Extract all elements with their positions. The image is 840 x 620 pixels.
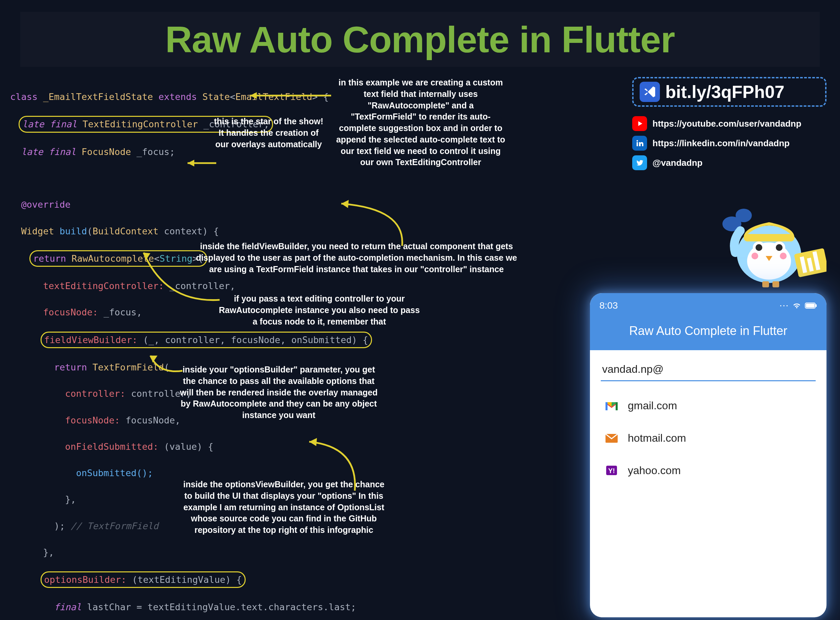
svg-point-16 — [751, 253, 758, 259]
bitly-text: bit.ly/3qFPh07 — [665, 82, 784, 102]
page-title: Raw Auto Complete in Flutter — [20, 18, 820, 61]
svg-marker-6 — [638, 121, 642, 126]
twitter-icon — [632, 155, 647, 170]
youtube-link[interactable]: https://youtube.com/user/vandadnp — [632, 116, 826, 131]
twitter-link[interactable]: @vandadnp — [632, 155, 826, 170]
svg-rect-28 — [816, 304, 817, 307]
dots-icon: ⋯ — [779, 300, 789, 311]
option-label: yahoo.com — [628, 464, 681, 477]
twitter-text: @vandadnp — [653, 158, 703, 168]
app-bar-title: Raw Auto Complete in Flutter — [590, 315, 826, 350]
email-input[interactable]: vandad.np@ — [601, 360, 816, 381]
links-panel: bit.ly/3qFPh07 https://youtube.com/user/… — [632, 77, 826, 175]
svg-point-8 — [636, 140, 638, 141]
annotation-star: this is the star of the show! It handles… — [213, 116, 324, 150]
annotation-fieldview: inside the fieldViewBuilder, you need to… — [189, 241, 524, 275]
svg-point-15 — [776, 244, 783, 251]
annotation-intro: in this example we are creating a custom… — [335, 77, 507, 168]
bird-mascot-icon — [712, 190, 826, 292]
linkedin-text: https://linkedin.com/in/vandadnp — [653, 138, 790, 149]
bitly-link[interactable]: bit.ly/3qFPh07 — [632, 77, 826, 107]
yahoo-icon: Y! — [604, 463, 619, 478]
status-time: 8:03 — [599, 300, 618, 311]
title-bar: Raw Auto Complete in Flutter — [20, 12, 820, 67]
svg-text:Y!: Y! — [608, 467, 615, 474]
annotation-optionsview: inside the optionsViewBuilder, you get t… — [179, 479, 389, 536]
linkedin-icon — [632, 136, 647, 150]
wifi-icon — [792, 302, 801, 309]
autocomplete-option[interactable]: Y! yahoo.com — [601, 454, 816, 487]
phone-mockup: 8:03 ⋯ Raw Auto Complete in Flutter vand… — [590, 293, 826, 617]
svg-rect-25 — [772, 281, 779, 287]
youtube-text: https://youtube.com/user/vandadnp — [653, 119, 801, 129]
svg-point-19 — [736, 209, 752, 222]
svg-rect-24 — [762, 281, 769, 287]
svg-rect-7 — [636, 142, 638, 146]
option-label: hotmail.com — [628, 432, 686, 444]
hotmail-icon — [604, 430, 619, 445]
gmail-icon — [604, 398, 619, 413]
status-bar: 8:03 ⋯ — [590, 293, 826, 315]
svg-rect-27 — [806, 304, 815, 308]
vscode-icon — [639, 82, 660, 102]
svg-point-17 — [780, 253, 787, 259]
svg-point-13 — [756, 244, 762, 251]
linkedin-link[interactable]: https://linkedin.com/in/vandadnp — [632, 136, 826, 150]
annotation-focusnode: if you pass a text editing controller to… — [216, 293, 422, 327]
autocomplete-option[interactable]: gmail.com — [601, 389, 816, 422]
svg-rect-11 — [744, 234, 795, 241]
battery-icon — [805, 302, 817, 308]
annotation-optionsbuilder: inside your "optionsBuilder" parameter, … — [176, 364, 382, 421]
autocomplete-option[interactable]: hotmail.com — [601, 422, 816, 454]
youtube-icon — [632, 116, 647, 131]
option-label: gmail.com — [628, 399, 677, 412]
